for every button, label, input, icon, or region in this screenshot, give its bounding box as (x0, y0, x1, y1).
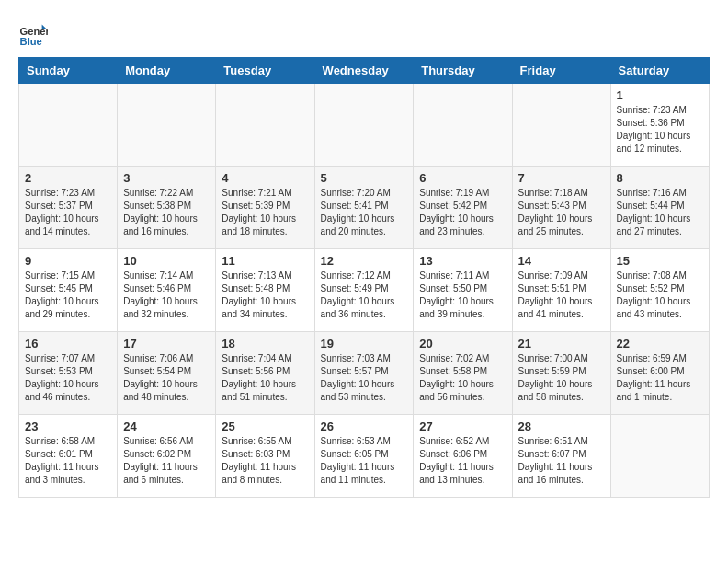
calendar-cell: 16Sunrise: 7:07 AM Sunset: 5:53 PM Dayli… (19, 332, 118, 415)
calendar-cell: 24Sunrise: 6:56 AM Sunset: 6:02 PM Dayli… (118, 415, 216, 498)
day-info: Sunrise: 7:23 AM Sunset: 5:37 PM Dayligh… (25, 187, 111, 238)
day-header-saturday: Saturday (610, 58, 709, 84)
day-number: 4 (222, 171, 308, 185)
day-number: 11 (222, 254, 308, 268)
day-info: Sunrise: 6:51 AM Sunset: 6:07 PM Dayligh… (518, 435, 605, 487)
day-number: 19 (321, 337, 408, 350)
day-number: 6 (419, 171, 506, 185)
calendar-cell: 19Sunrise: 7:03 AM Sunset: 5:57 PM Dayli… (314, 332, 414, 415)
calendar-cell (118, 84, 216, 167)
day-info: Sunrise: 7:23 AM Sunset: 5:36 PM Dayligh… (617, 104, 703, 155)
calendar-cell (610, 415, 709, 498)
day-number: 12 (321, 254, 408, 268)
day-info: Sunrise: 7:03 AM Sunset: 5:57 PM Dayligh… (321, 352, 408, 404)
day-number: 15 (617, 254, 703, 268)
day-number: 28 (518, 419, 605, 433)
day-info: Sunrise: 7:07 AM Sunset: 5:53 PM Dayligh… (25, 352, 111, 404)
day-number: 2 (25, 171, 111, 185)
calendar-cell: 18Sunrise: 7:04 AM Sunset: 5:56 PM Dayli… (216, 332, 314, 415)
day-info: Sunrise: 6:52 AM Sunset: 6:06 PM Dayligh… (419, 435, 506, 487)
day-info: Sunrise: 6:55 AM Sunset: 6:03 PM Dayligh… (222, 435, 308, 487)
svg-text:Blue: Blue (20, 36, 42, 47)
day-info: Sunrise: 7:15 AM Sunset: 5:45 PM Dayligh… (25, 270, 111, 321)
calendar-cell: 27Sunrise: 6:52 AM Sunset: 6:06 PM Dayli… (414, 415, 512, 498)
calendar-cell: 2Sunrise: 7:23 AM Sunset: 5:37 PM Daylig… (19, 167, 118, 249)
day-number: 14 (518, 254, 605, 268)
logo: General Blue (18, 18, 51, 48)
day-number: 13 (419, 254, 506, 268)
calendar-week-row: 9Sunrise: 7:15 AM Sunset: 5:45 PM Daylig… (19, 249, 710, 332)
calendar-cell: 9Sunrise: 7:15 AM Sunset: 5:45 PM Daylig… (19, 249, 118, 332)
day-info: Sunrise: 6:59 AM Sunset: 6:00 PM Dayligh… (617, 352, 703, 404)
calendar-cell (19, 84, 118, 167)
day-info: Sunrise: 7:06 AM Sunset: 5:54 PM Dayligh… (123, 352, 210, 404)
calendar-week-row: 2Sunrise: 7:23 AM Sunset: 5:37 PM Daylig… (19, 167, 710, 249)
day-info: Sunrise: 7:14 AM Sunset: 5:46 PM Dayligh… (123, 270, 210, 321)
day-info: Sunrise: 7:00 AM Sunset: 5:59 PM Dayligh… (518, 352, 605, 404)
calendar-cell: 17Sunrise: 7:06 AM Sunset: 5:54 PM Dayli… (118, 332, 216, 415)
day-header-monday: Monday (118, 58, 216, 84)
calendar-cell: 11Sunrise: 7:13 AM Sunset: 5:48 PM Dayli… (216, 249, 314, 332)
calendar-cell: 25Sunrise: 6:55 AM Sunset: 6:03 PM Dayli… (216, 415, 314, 498)
calendar-cell: 23Sunrise: 6:58 AM Sunset: 6:01 PM Dayli… (19, 415, 118, 498)
day-info: Sunrise: 7:21 AM Sunset: 5:39 PM Dayligh… (222, 187, 308, 238)
day-number: 5 (321, 171, 408, 185)
calendar-cell: 15Sunrise: 7:08 AM Sunset: 5:52 PM Dayli… (610, 249, 709, 332)
calendar-cell: 4Sunrise: 7:21 AM Sunset: 5:39 PM Daylig… (216, 167, 314, 249)
calendar-cell: 13Sunrise: 7:11 AM Sunset: 5:50 PM Dayli… (414, 249, 512, 332)
calendar-cell: 5Sunrise: 7:20 AM Sunset: 5:41 PM Daylig… (314, 167, 414, 249)
calendar-cell: 7Sunrise: 7:18 AM Sunset: 5:43 PM Daylig… (512, 167, 610, 249)
calendar-week-row: 23Sunrise: 6:58 AM Sunset: 6:01 PM Dayli… (19, 415, 710, 498)
calendar-cell (314, 84, 414, 167)
day-number: 16 (25, 337, 111, 350)
calendar-header: General Blue (18, 18, 710, 48)
day-number: 17 (123, 337, 210, 350)
day-info: Sunrise: 7:18 AM Sunset: 5:43 PM Dayligh… (518, 187, 605, 238)
calendar-cell (512, 84, 610, 167)
day-info: Sunrise: 6:58 AM Sunset: 6:01 PM Dayligh… (25, 435, 111, 487)
calendar-cell: 8Sunrise: 7:16 AM Sunset: 5:44 PM Daylig… (610, 167, 709, 249)
day-number: 21 (518, 337, 605, 350)
day-number: 8 (617, 171, 703, 185)
calendar-cell (216, 84, 314, 167)
day-header-sunday: Sunday (19, 58, 118, 84)
calendar-header-row: SundayMondayTuesdayWednesdayThursdayFrid… (19, 58, 710, 84)
day-number: 26 (321, 419, 408, 433)
calendar-cell: 6Sunrise: 7:19 AM Sunset: 5:42 PM Daylig… (414, 167, 512, 249)
calendar-cell (414, 84, 512, 167)
day-info: Sunrise: 6:56 AM Sunset: 6:02 PM Dayligh… (123, 435, 210, 487)
day-info: Sunrise: 7:09 AM Sunset: 5:51 PM Dayligh… (518, 270, 605, 321)
day-header-thursday: Thursday (414, 58, 512, 84)
day-number: 9 (25, 254, 111, 268)
day-number: 1 (617, 88, 703, 102)
calendar-cell: 26Sunrise: 6:53 AM Sunset: 6:05 PM Dayli… (314, 415, 414, 498)
day-info: Sunrise: 7:20 AM Sunset: 5:41 PM Dayligh… (321, 187, 408, 238)
calendar-week-row: 16Sunrise: 7:07 AM Sunset: 5:53 PM Dayli… (19, 332, 710, 415)
calendar-cell: 10Sunrise: 7:14 AM Sunset: 5:46 PM Dayli… (118, 249, 216, 332)
day-info: Sunrise: 7:13 AM Sunset: 5:48 PM Dayligh… (222, 270, 308, 321)
day-info: Sunrise: 7:19 AM Sunset: 5:42 PM Dayligh… (419, 187, 506, 238)
calendar-cell: 20Sunrise: 7:02 AM Sunset: 5:58 PM Dayli… (414, 332, 512, 415)
day-info: Sunrise: 7:16 AM Sunset: 5:44 PM Dayligh… (617, 187, 703, 238)
calendar-cell: 14Sunrise: 7:09 AM Sunset: 5:51 PM Dayli… (512, 249, 610, 332)
day-header-tuesday: Tuesday (216, 58, 314, 84)
day-number: 24 (123, 419, 210, 433)
day-number: 27 (419, 419, 506, 433)
day-info: Sunrise: 7:12 AM Sunset: 5:49 PM Dayligh… (321, 270, 408, 321)
calendar-cell: 21Sunrise: 7:00 AM Sunset: 5:59 PM Dayli… (512, 332, 610, 415)
calendar-week-row: 1Sunrise: 7:23 AM Sunset: 5:36 PM Daylig… (19, 84, 710, 167)
calendar-cell: 1Sunrise: 7:23 AM Sunset: 5:36 PM Daylig… (610, 84, 709, 167)
day-number: 25 (222, 419, 308, 433)
calendar-table: SundayMondayTuesdayWednesdayThursdayFrid… (18, 57, 710, 498)
day-info: Sunrise: 7:02 AM Sunset: 5:58 PM Dayligh… (419, 352, 506, 404)
calendar-cell: 22Sunrise: 6:59 AM Sunset: 6:00 PM Dayli… (610, 332, 709, 415)
day-number: 20 (419, 337, 506, 350)
day-info: Sunrise: 7:08 AM Sunset: 5:52 PM Dayligh… (617, 270, 703, 321)
calendar-cell: 3Sunrise: 7:22 AM Sunset: 5:38 PM Daylig… (118, 167, 216, 249)
day-number: 22 (617, 337, 703, 350)
day-header-wednesday: Wednesday (314, 58, 414, 84)
day-header-friday: Friday (512, 58, 610, 84)
day-number: 7 (518, 171, 605, 185)
day-info: Sunrise: 7:22 AM Sunset: 5:38 PM Dayligh… (123, 187, 210, 238)
day-info: Sunrise: 7:04 AM Sunset: 5:56 PM Dayligh… (222, 352, 308, 404)
